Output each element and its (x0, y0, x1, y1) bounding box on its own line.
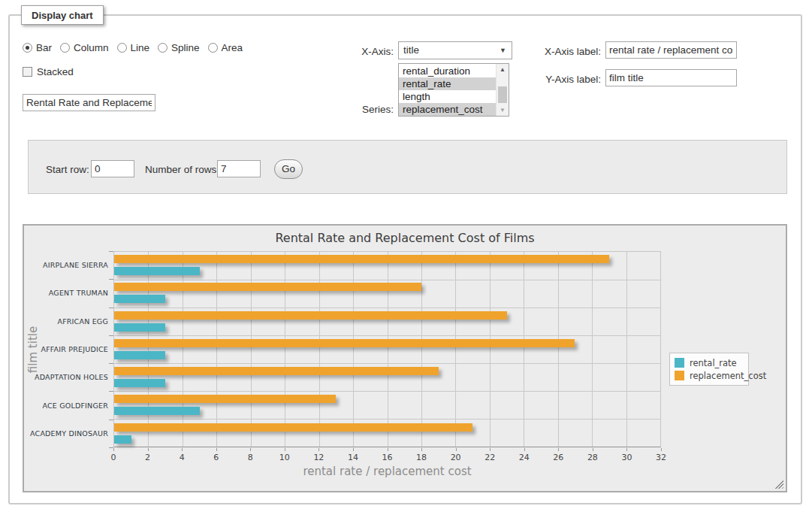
bar-replacement_cost-0 (114, 255, 609, 263)
series-option-length[interactable]: length (399, 90, 496, 103)
category-labels: AIRPLANE SIERRAAGENT TRUMANAFRICAN EGGAF… (24, 251, 108, 447)
radio-circle-icon[interactable] (117, 43, 127, 53)
gridline-band-3 (114, 335, 660, 336)
num-rows-input[interactable] (217, 160, 261, 177)
x-tick-32 (661, 448, 662, 451)
gridline-x-22 (490, 252, 491, 447)
x-tick-2 (148, 448, 149, 451)
category-label-1: AGENT TRUMAN (24, 279, 108, 307)
x-tick-label-32: 32 (656, 453, 666, 462)
series-select-label: Series: (323, 104, 394, 115)
radio-circle-icon[interactable] (158, 43, 168, 53)
legend-item-replacement_cost: replacement_cost (675, 369, 744, 382)
num-rows-label: Number of rows: (145, 164, 219, 175)
gridline-band-2 (114, 308, 660, 308)
x-tick-24 (524, 448, 525, 451)
radio-circle-icon[interactable] (23, 43, 32, 53)
series-scrollbar[interactable]: ▲ ▼ (496, 64, 509, 116)
category-label-0: AIRPLANE SIERRA (24, 251, 108, 279)
radio-label-spline: Spline (171, 42, 200, 53)
radio-column[interactable]: Column (60, 42, 109, 53)
gridline-band-6 (114, 419, 660, 420)
start-row-input[interactable] (91, 160, 134, 177)
x-tick-28 (593, 448, 593, 451)
bar-rental_rate-4 (114, 379, 165, 387)
gridline-x-24 (524, 252, 524, 447)
bar-replacement_cost-4 (114, 367, 439, 375)
scroll-down-icon[interactable]: ▼ (497, 105, 509, 116)
gridline-x-14 (353, 252, 354, 447)
radio-circle-icon[interactable] (208, 43, 218, 53)
chart-title-input[interactable] (23, 94, 155, 111)
series-option-replacement_cost[interactable]: replacement_cost (399, 103, 496, 116)
bar-rental_rate-1 (114, 295, 165, 303)
x-tick-10 (285, 448, 285, 451)
x-tick-18 (421, 448, 422, 451)
x-tick-22 (490, 448, 491, 451)
gridline-x-26 (558, 252, 559, 447)
x-axis-label-input[interactable] (605, 41, 737, 59)
x-tick-label-16: 16 (382, 453, 393, 462)
y-tick-3 (109, 335, 113, 336)
gridline-x-10 (285, 252, 285, 447)
x-tick-16 (388, 448, 388, 451)
scrollbar-thumb[interactable] (498, 86, 507, 103)
category-label-6: ACADEMY DINOSAUR (24, 420, 108, 447)
gridline-x-18 (421, 252, 422, 447)
x-tick-20 (456, 448, 457, 451)
x-tick-label-26: 26 (553, 453, 563, 462)
go-button[interactable]: Go (274, 159, 303, 179)
scroll-up-icon[interactable]: ▲ (497, 64, 509, 75)
category-label-5: ACE GOLDFINGER (24, 391, 108, 419)
x-axis-selected-value: title (403, 44, 419, 56)
x-tick-label-8: 8 (248, 453, 253, 462)
x-tick-30 (626, 448, 627, 451)
gridline-band-4 (114, 363, 660, 364)
series-options: rental_durationrental_ratelengthreplacem… (399, 65, 496, 116)
gridline-band-5 (114, 391, 660, 392)
chart-title: Rental Rate and Replacement Cost of Film… (24, 231, 786, 245)
bar-rental_rate-3 (114, 351, 165, 359)
radio-area[interactable]: Area (208, 42, 243, 53)
gridline-x-20 (455, 252, 456, 447)
y-tick-5 (109, 391, 113, 392)
y-axis-label-field-label: Y-Axis label: (526, 74, 601, 85)
gridline-x-6 (216, 252, 217, 447)
y-axis-label-input[interactable] (605, 69, 737, 86)
series-listbox[interactable]: rental_durationrental_ratelengthreplacem… (398, 63, 509, 117)
bar-replacement_cost-3 (114, 339, 575, 347)
y-tick-0 (109, 251, 113, 252)
series-option-rental_duration[interactable]: rental_duration (399, 65, 496, 77)
gridline-x-30 (626, 252, 627, 447)
legend-label-rental_rate: rental_rate (690, 358, 737, 368)
series-option-rental_rate[interactable]: rental_rate (399, 77, 496, 90)
bar-replacement_cost-2 (114, 311, 507, 320)
radio-line[interactable]: Line (117, 42, 150, 53)
plot-area (113, 251, 661, 447)
fieldset-legend: Display chart (21, 5, 104, 25)
x-tick-label-20: 20 (451, 453, 461, 462)
legend-item-rental_rate: rental_rate (675, 356, 744, 369)
y-tick-4 (109, 363, 113, 364)
chart-legend: rental_ratereplacement_cost (669, 353, 749, 386)
x-tick-4 (182, 448, 183, 451)
stacked-checkbox[interactable] (23, 67, 32, 77)
resize-handle-icon[interactable] (774, 480, 783, 489)
radio-bar[interactable]: Bar (23, 42, 52, 53)
x-axis-select[interactable]: title ▼ (398, 41, 512, 59)
bar-replacement_cost-6 (114, 423, 472, 432)
x-axis-title: rental rate / replacement cost (113, 465, 661, 478)
x-tick-label-0: 0 (111, 453, 116, 462)
radio-spline[interactable]: Spline (158, 42, 200, 53)
y-tick-6 (109, 420, 113, 420)
gridline-x-4 (183, 252, 183, 447)
y-tick-2 (109, 308, 113, 308)
gridline-x-28 (592, 252, 593, 447)
stacked-option[interactable]: Stacked (23, 66, 74, 77)
radio-circle-icon[interactable] (60, 43, 70, 53)
row-range-panel: Start row: Number of rows: Go (28, 140, 787, 194)
radio-label-column: Column (74, 42, 109, 53)
x-tick-8 (250, 448, 251, 451)
gridline-band-1 (114, 280, 660, 280)
category-label-3: AFFAIR PREJUDICE (24, 335, 108, 363)
